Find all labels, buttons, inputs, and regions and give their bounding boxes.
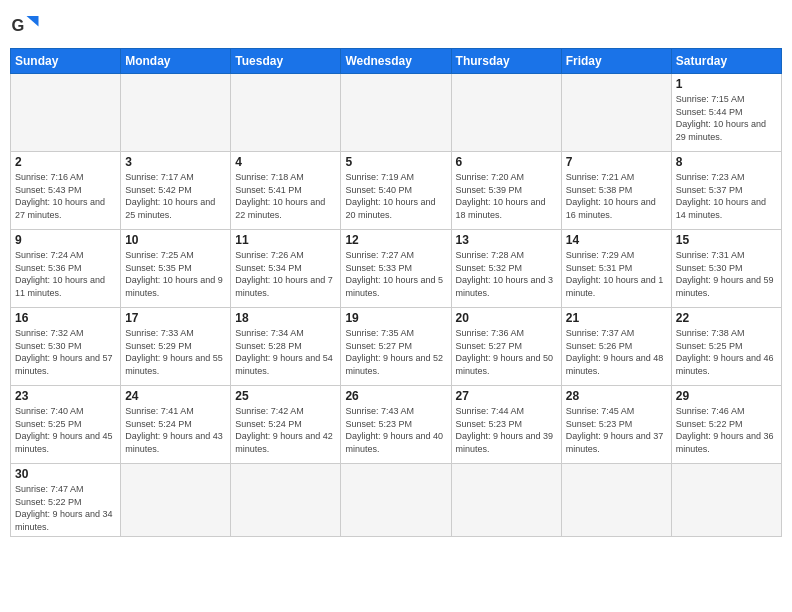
day-info: Sunrise: 7:18 AM Sunset: 5:41 PM Dayligh… bbox=[235, 171, 336, 221]
calendar-cell: 19Sunrise: 7:35 AM Sunset: 5:27 PM Dayli… bbox=[341, 308, 451, 386]
svg-text:G: G bbox=[12, 16, 25, 34]
weekday-header-tuesday: Tuesday bbox=[231, 49, 341, 74]
calendar-cell: 7Sunrise: 7:21 AM Sunset: 5:38 PM Daylig… bbox=[561, 152, 671, 230]
day-info: Sunrise: 7:19 AM Sunset: 5:40 PM Dayligh… bbox=[345, 171, 446, 221]
calendar-week-row: 23Sunrise: 7:40 AM Sunset: 5:25 PM Dayli… bbox=[11, 386, 782, 464]
day-number: 19 bbox=[345, 311, 446, 325]
calendar-cell bbox=[231, 464, 341, 537]
day-info: Sunrise: 7:23 AM Sunset: 5:37 PM Dayligh… bbox=[676, 171, 777, 221]
logo: G bbox=[10, 10, 44, 40]
calendar-cell: 2Sunrise: 7:16 AM Sunset: 5:43 PM Daylig… bbox=[11, 152, 121, 230]
calendar-cell bbox=[451, 74, 561, 152]
day-number: 18 bbox=[235, 311, 336, 325]
calendar-week-row: 9Sunrise: 7:24 AM Sunset: 5:36 PM Daylig… bbox=[11, 230, 782, 308]
day-number: 5 bbox=[345, 155, 446, 169]
day-info: Sunrise: 7:15 AM Sunset: 5:44 PM Dayligh… bbox=[676, 93, 777, 143]
weekday-header-monday: Monday bbox=[121, 49, 231, 74]
weekday-header-wednesday: Wednesday bbox=[341, 49, 451, 74]
day-number: 4 bbox=[235, 155, 336, 169]
calendar-cell bbox=[121, 74, 231, 152]
day-info: Sunrise: 7:47 AM Sunset: 5:22 PM Dayligh… bbox=[15, 483, 116, 533]
day-number: 21 bbox=[566, 311, 667, 325]
day-info: Sunrise: 7:32 AM Sunset: 5:30 PM Dayligh… bbox=[15, 327, 116, 377]
day-number: 16 bbox=[15, 311, 116, 325]
day-number: 14 bbox=[566, 233, 667, 247]
day-number: 10 bbox=[125, 233, 226, 247]
day-number: 30 bbox=[15, 467, 116, 481]
day-info: Sunrise: 7:31 AM Sunset: 5:30 PM Dayligh… bbox=[676, 249, 777, 299]
calendar-cell: 26Sunrise: 7:43 AM Sunset: 5:23 PM Dayli… bbox=[341, 386, 451, 464]
day-info: Sunrise: 7:28 AM Sunset: 5:32 PM Dayligh… bbox=[456, 249, 557, 299]
day-number: 11 bbox=[235, 233, 336, 247]
calendar-cell: 27Sunrise: 7:44 AM Sunset: 5:23 PM Dayli… bbox=[451, 386, 561, 464]
day-number: 29 bbox=[676, 389, 777, 403]
calendar-cell: 24Sunrise: 7:41 AM Sunset: 5:24 PM Dayli… bbox=[121, 386, 231, 464]
calendar-cell: 23Sunrise: 7:40 AM Sunset: 5:25 PM Dayli… bbox=[11, 386, 121, 464]
day-number: 7 bbox=[566, 155, 667, 169]
calendar-cell bbox=[561, 464, 671, 537]
calendar-cell bbox=[341, 464, 451, 537]
day-info: Sunrise: 7:26 AM Sunset: 5:34 PM Dayligh… bbox=[235, 249, 336, 299]
day-info: Sunrise: 7:37 AM Sunset: 5:26 PM Dayligh… bbox=[566, 327, 667, 377]
calendar-cell: 13Sunrise: 7:28 AM Sunset: 5:32 PM Dayli… bbox=[451, 230, 561, 308]
calendar-cell bbox=[341, 74, 451, 152]
calendar-cell: 16Sunrise: 7:32 AM Sunset: 5:30 PM Dayli… bbox=[11, 308, 121, 386]
calendar-cell: 6Sunrise: 7:20 AM Sunset: 5:39 PM Daylig… bbox=[451, 152, 561, 230]
day-info: Sunrise: 7:36 AM Sunset: 5:27 PM Dayligh… bbox=[456, 327, 557, 377]
day-info: Sunrise: 7:17 AM Sunset: 5:42 PM Dayligh… bbox=[125, 171, 226, 221]
calendar-cell bbox=[561, 74, 671, 152]
calendar-cell bbox=[11, 74, 121, 152]
day-number: 15 bbox=[676, 233, 777, 247]
day-number: 6 bbox=[456, 155, 557, 169]
day-number: 9 bbox=[15, 233, 116, 247]
calendar-cell bbox=[231, 74, 341, 152]
day-number: 20 bbox=[456, 311, 557, 325]
calendar-week-row: 1Sunrise: 7:15 AM Sunset: 5:44 PM Daylig… bbox=[11, 74, 782, 152]
calendar-cell: 15Sunrise: 7:31 AM Sunset: 5:30 PM Dayli… bbox=[671, 230, 781, 308]
calendar-cell: 17Sunrise: 7:33 AM Sunset: 5:29 PM Dayli… bbox=[121, 308, 231, 386]
calendar-cell: 20Sunrise: 7:36 AM Sunset: 5:27 PM Dayli… bbox=[451, 308, 561, 386]
weekday-header-row: SundayMondayTuesdayWednesdayThursdayFrid… bbox=[11, 49, 782, 74]
calendar-week-row: 30Sunrise: 7:47 AM Sunset: 5:22 PM Dayli… bbox=[11, 464, 782, 537]
day-number: 23 bbox=[15, 389, 116, 403]
calendar-cell: 3Sunrise: 7:17 AM Sunset: 5:42 PM Daylig… bbox=[121, 152, 231, 230]
day-info: Sunrise: 7:38 AM Sunset: 5:25 PM Dayligh… bbox=[676, 327, 777, 377]
day-info: Sunrise: 7:42 AM Sunset: 5:24 PM Dayligh… bbox=[235, 405, 336, 455]
calendar-cell bbox=[671, 464, 781, 537]
calendar-cell: 28Sunrise: 7:45 AM Sunset: 5:23 PM Dayli… bbox=[561, 386, 671, 464]
calendar-cell: 10Sunrise: 7:25 AM Sunset: 5:35 PM Dayli… bbox=[121, 230, 231, 308]
calendar-table: SundayMondayTuesdayWednesdayThursdayFrid… bbox=[10, 48, 782, 537]
calendar-cell: 21Sunrise: 7:37 AM Sunset: 5:26 PM Dayli… bbox=[561, 308, 671, 386]
day-number: 24 bbox=[125, 389, 226, 403]
svg-marker-1 bbox=[27, 16, 39, 27]
calendar-header: G bbox=[10, 10, 782, 40]
calendar-cell: 25Sunrise: 7:42 AM Sunset: 5:24 PM Dayli… bbox=[231, 386, 341, 464]
day-number: 28 bbox=[566, 389, 667, 403]
day-info: Sunrise: 7:33 AM Sunset: 5:29 PM Dayligh… bbox=[125, 327, 226, 377]
calendar-cell: 29Sunrise: 7:46 AM Sunset: 5:22 PM Dayli… bbox=[671, 386, 781, 464]
day-number: 12 bbox=[345, 233, 446, 247]
calendar-cell bbox=[121, 464, 231, 537]
calendar-cell: 4Sunrise: 7:18 AM Sunset: 5:41 PM Daylig… bbox=[231, 152, 341, 230]
calendar-week-row: 2Sunrise: 7:16 AM Sunset: 5:43 PM Daylig… bbox=[11, 152, 782, 230]
day-info: Sunrise: 7:25 AM Sunset: 5:35 PM Dayligh… bbox=[125, 249, 226, 299]
day-number: 22 bbox=[676, 311, 777, 325]
calendar-cell bbox=[451, 464, 561, 537]
calendar-cell: 14Sunrise: 7:29 AM Sunset: 5:31 PM Dayli… bbox=[561, 230, 671, 308]
calendar-cell: 8Sunrise: 7:23 AM Sunset: 5:37 PM Daylig… bbox=[671, 152, 781, 230]
day-number: 17 bbox=[125, 311, 226, 325]
weekday-header-sunday: Sunday bbox=[11, 49, 121, 74]
day-info: Sunrise: 7:35 AM Sunset: 5:27 PM Dayligh… bbox=[345, 327, 446, 377]
calendar-cell: 9Sunrise: 7:24 AM Sunset: 5:36 PM Daylig… bbox=[11, 230, 121, 308]
day-number: 13 bbox=[456, 233, 557, 247]
day-info: Sunrise: 7:24 AM Sunset: 5:36 PM Dayligh… bbox=[15, 249, 116, 299]
calendar-cell: 12Sunrise: 7:27 AM Sunset: 5:33 PM Dayli… bbox=[341, 230, 451, 308]
calendar-cell: 1Sunrise: 7:15 AM Sunset: 5:44 PM Daylig… bbox=[671, 74, 781, 152]
day-info: Sunrise: 7:16 AM Sunset: 5:43 PM Dayligh… bbox=[15, 171, 116, 221]
weekday-header-saturday: Saturday bbox=[671, 49, 781, 74]
day-info: Sunrise: 7:46 AM Sunset: 5:22 PM Dayligh… bbox=[676, 405, 777, 455]
calendar-week-row: 16Sunrise: 7:32 AM Sunset: 5:30 PM Dayli… bbox=[11, 308, 782, 386]
day-info: Sunrise: 7:44 AM Sunset: 5:23 PM Dayligh… bbox=[456, 405, 557, 455]
day-info: Sunrise: 7:43 AM Sunset: 5:23 PM Dayligh… bbox=[345, 405, 446, 455]
day-info: Sunrise: 7:21 AM Sunset: 5:38 PM Dayligh… bbox=[566, 171, 667, 221]
